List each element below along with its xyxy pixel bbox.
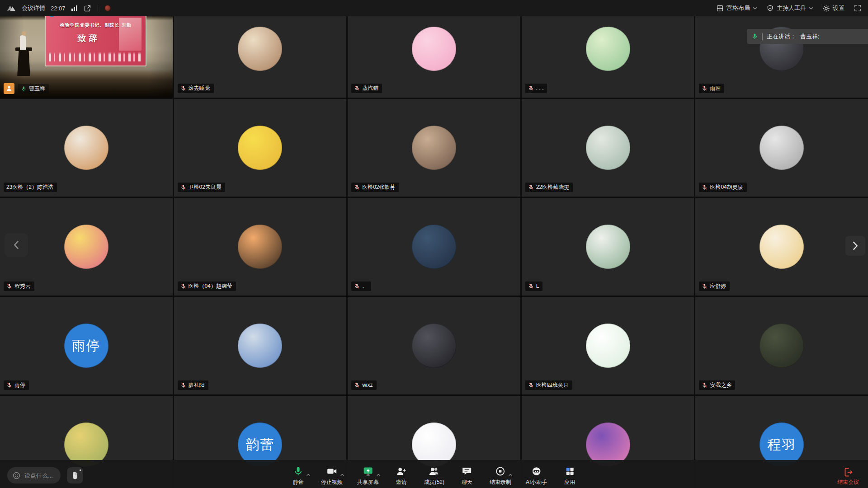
chevron-up-icon[interactable]	[307, 474, 311, 476]
avatar	[760, 225, 804, 269]
next-page-button[interactable]	[845, 236, 865, 256]
chat-button[interactable]: 聊天	[459, 465, 475, 486]
name-chip: 应舒婷	[699, 282, 730, 291]
mic-muted-icon	[528, 184, 534, 190]
avatar	[760, 324, 804, 368]
invite-button[interactable]: 邀请	[393, 465, 410, 486]
participant-tile[interactable]: 医检四班吴月	[522, 297, 694, 394]
avatar	[64, 225, 108, 269]
name-chip: 雨困	[699, 84, 724, 93]
avatar	[412, 225, 456, 269]
open-window-icon[interactable]	[84, 5, 91, 12]
fullscreen-icon[interactable]	[854, 4, 862, 12]
participant-name: 卫检02朱良晨	[189, 184, 222, 191]
host-tools-button[interactable]: 主持人工具	[766, 4, 813, 12]
quick-chat-input[interactable]	[24, 472, 55, 479]
name-chip: 23医检（2）陈浩浩	[4, 183, 57, 192]
recording-indicator-icon	[104, 5, 111, 11]
camera-icon	[326, 466, 337, 477]
settings-button[interactable]: 设置	[822, 4, 844, 12]
layout-button[interactable]: 宫格布局	[716, 4, 757, 12]
avatar: 雨停	[64, 324, 108, 368]
podium	[17, 49, 30, 76]
mic-icon	[293, 466, 304, 477]
bottom-toolbar: 静音 停止视频	[0, 460, 868, 488]
name-chip: 曹玉祥	[18, 84, 49, 94]
apps-button[interactable]: 应用	[561, 465, 578, 486]
name-chip: 医检（04）赵婉莹	[178, 282, 236, 291]
apps-icon	[564, 466, 575, 477]
raise-hand-icon	[71, 471, 80, 480]
chevron-up-icon[interactable]	[376, 474, 380, 476]
end-meeting-button[interactable]: 结束会议	[837, 467, 859, 486]
participant-tile[interactable]: 23医检（2）陈浩浩	[0, 99, 173, 197]
chevron-right-icon	[852, 241, 859, 251]
mic-muted-icon	[6, 283, 12, 289]
mic-on-icon	[751, 33, 758, 40]
name-chip: 雨停	[4, 380, 29, 390]
chevron-up-icon[interactable]	[509, 474, 513, 476]
participant-tile[interactable]: 。	[348, 198, 520, 296]
avatar	[586, 225, 630, 269]
mic-muted-icon	[354, 283, 360, 289]
chevron-up-icon[interactable]	[340, 474, 344, 476]
avatar	[412, 27, 456, 71]
person-icon	[5, 85, 13, 92]
participant-tile[interactable]: 应舒婷	[695, 198, 868, 296]
participant-name: 医检（04）赵婉莹	[189, 283, 232, 290]
mic-muted-icon	[702, 283, 708, 289]
name-chip: 蒸汽猫	[351, 84, 382, 93]
mic-muted-icon	[6, 382, 12, 388]
meeting-time: 22:07	[51, 5, 66, 12]
avatar	[238, 27, 282, 71]
participant-name: 医检04胡灵泉	[710, 184, 743, 191]
chat-icon	[462, 466, 472, 477]
name-chip: 廖礼阳	[178, 380, 208, 390]
avatar	[238, 225, 282, 269]
app-logo-icon	[6, 4, 16, 12]
name-chip: 医检四班吴月	[525, 380, 572, 390]
mic-muted-icon	[702, 85, 708, 91]
participant-name: . . .	[536, 85, 544, 92]
participant-name: 应舒婷	[710, 283, 726, 290]
leave-meeting-icon	[843, 467, 854, 478]
share-screen-button[interactable]: 共享屏幕	[357, 465, 379, 486]
mute-button[interactable]: 静音	[290, 465, 307, 486]
participant-tile[interactable]: 医检02张歆苒	[348, 99, 520, 197]
participant-tile[interactable]: wixz	[348, 297, 520, 394]
name-chip: wixz	[351, 380, 376, 390]
members-button[interactable]: 成员(52)	[424, 465, 444, 486]
emoji-icon[interactable]	[13, 472, 20, 479]
projector-screen: 检验学院党委书记、副院长 刘勤 致辞	[45, 8, 146, 66]
avatar	[586, 126, 630, 170]
mic-muted-icon	[354, 382, 360, 388]
participant-name: 滚去睡觉	[189, 85, 210, 92]
meeting-details-button[interactable]: 会议详情	[22, 4, 45, 12]
ai-assistant-button[interactable]: AI小助手	[526, 465, 547, 486]
participant-name: 廖礼阳	[189, 382, 205, 389]
chevron-down-icon	[753, 7, 757, 10]
participant-tile[interactable]: 卫检02朱良晨	[174, 99, 347, 197]
name-chip: . . .	[525, 84, 547, 93]
participant-tile[interactable]: 廖礼阳	[174, 297, 347, 394]
participant-tile[interactable]: 安我之乡	[695, 297, 868, 394]
avatar	[760, 126, 804, 170]
raise-hand-button[interactable]	[67, 467, 83, 483]
prev-page-button[interactable]	[5, 233, 28, 257]
mic-muted-icon	[180, 283, 186, 289]
topbar: 会议详情 22:07 宫格布局	[0, 0, 868, 16]
mic-muted-icon	[528, 283, 534, 289]
mic-muted-icon	[180, 382, 186, 388]
speaking-name: 曹玉祥;	[800, 33, 820, 41]
network-signal-icon	[71, 5, 78, 11]
participant-tile[interactable]: 雨停 雨停	[0, 297, 173, 394]
participant-tile[interactable]: 医检04胡灵泉	[695, 99, 868, 197]
stop-recording-button[interactable]: 结束录制	[490, 465, 511, 486]
name-chip: 医检04胡灵泉	[699, 183, 746, 192]
stop-video-button[interactable]: 停止视频	[321, 465, 343, 486]
participant-tile[interactable]: 医检（04）赵婉莹	[174, 198, 347, 296]
participant-tile[interactable]: 22医检戴晓雯	[522, 99, 694, 197]
participant-tile[interactable]: L	[522, 198, 694, 296]
quick-chat-input-wrap[interactable]	[7, 467, 61, 483]
participant-name: 安我之乡	[710, 382, 731, 389]
